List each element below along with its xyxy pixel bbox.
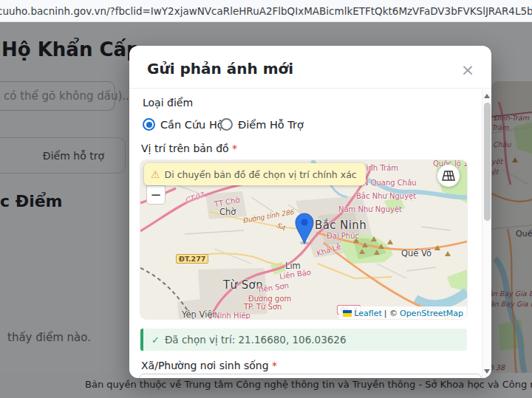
scroll-down-icon[interactable]: [484, 369, 490, 374]
scrollbar-thumb[interactable]: [484, 103, 491, 221]
ukraine-flag-icon: [343, 310, 352, 317]
ward-label-text: Xã/Phường nơi sinh sống: [141, 360, 269, 371]
map-location-label: Vị trí trên bản đồ *: [141, 143, 237, 154]
radio-support-point-label[interactable]: Điểm Hỗ Trợ: [238, 119, 304, 131]
location-selected-text: Đã chọn vị trí: 21.16680, 106.03626: [165, 334, 347, 346]
required-asterisk: *: [232, 143, 237, 154]
zoom-out-button[interactable]: −: [146, 185, 166, 205]
map-label: Chờ: [219, 207, 236, 217]
warning-icon: ⚠: [151, 168, 160, 180]
road-shield-dt277: ĐT.277: [176, 254, 208, 264]
map-label: Bắc Như Nguyệt: [356, 192, 416, 200]
grid-icon: [442, 171, 455, 181]
map-label: Nam Như Nguyệt: [338, 205, 402, 213]
browser-address-bar[interactable]: cuuho.bacninh.gov.vn/?fbclid=IwY2xjawNVc…: [0, 0, 532, 22]
url-text[interactable]: cuuho.bacninh.gov.vn/?fbclid=IwY2xjawNVc…: [0, 5, 532, 17]
scroll-up-icon[interactable]: [484, 94, 490, 98]
radio-need-rescue-label[interactable]: Cần Cứu Hộ: [160, 119, 224, 131]
map-location-label-text: Vị trí trên bản đồ: [141, 143, 229, 154]
modal-title: Gửi phản ánh mới: [147, 60, 293, 78]
required-asterisk: *: [272, 360, 277, 371]
map-label: Bắc Ninh: [315, 219, 366, 232]
leaflet-map[interactable]: Đình Trám KCN Quang Châu Bắc Như Nguyệt …: [140, 160, 467, 319]
map-label: Yên Viên: [182, 309, 218, 319]
map-label: Quế Võ: [401, 248, 432, 258]
location-selected-alert: ✓ Đã chọn vị trí: 21.16680, 106.03626: [140, 329, 467, 351]
map-label: TP. Từ Sơn: [244, 303, 282, 311]
map-label: Đại Phúc: [327, 232, 359, 240]
map-warning-banner: ⚠ Di chuyển bản đồ để chọn vị trí chính …: [144, 163, 366, 185]
ward-select[interactable]: [139, 374, 482, 378]
radio-need-rescue-icon[interactable]: [143, 118, 155, 131]
attribution-separator: | ©: [384, 309, 398, 318]
point-type-label: Loại điểm: [143, 97, 193, 109]
modal-header: Gửi phản ánh mới ×: [129, 46, 491, 89]
leaflet-link[interactable]: Leaflet: [354, 309, 381, 318]
openstreetmap-link[interactable]: OpenStreetMap: [400, 309, 463, 318]
map-label: Đình Trám: [361, 164, 398, 172]
ward-label: Xã/Phường nơi sinh sống *: [141, 360, 277, 371]
map-label: Đường gom: [248, 295, 291, 303]
radio-support-point-icon[interactable]: [220, 118, 233, 131]
map-label: Ninh Hiệp: [214, 312, 250, 319]
check-icon: ✓: [151, 334, 160, 346]
basemap-toggle-button[interactable]: [437, 165, 460, 187]
new-report-modal: Gửi phản ánh mới × Loại điểm Cần Cứu Hộ …: [129, 46, 491, 378]
map-warning-text: Di chuyển bản đồ để chọn vị trí chính xá…: [165, 169, 357, 180]
close-icon[interactable]: ×: [460, 64, 475, 78]
screenshot-root: cuuho.bacninh.gov.vn/?fbclid=IwY2xjawNVc…: [0, 0, 532, 398]
modal-scrollbar[interactable]: [482, 89, 491, 378]
map-attribution: Leaflet | © OpenStreetMap: [339, 306, 467, 319]
